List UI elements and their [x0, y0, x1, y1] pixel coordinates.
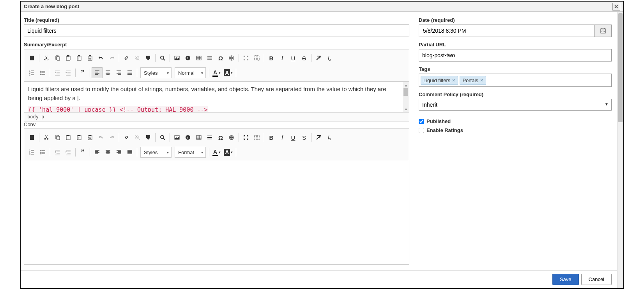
- anchor-button[interactable]: [143, 53, 154, 63]
- align-center-button[interactable]: [103, 67, 113, 78]
- title-input[interactable]: [24, 25, 409, 37]
- table-button[interactable]: [193, 132, 204, 143]
- partial-url-input[interactable]: [419, 49, 612, 62]
- underline-button[interactable]: U: [288, 53, 299, 63]
- align-right-button[interactable]: [113, 67, 124, 78]
- italic-button[interactable]: I: [277, 132, 288, 143]
- link-button[interactable]: [121, 53, 132, 63]
- table-button[interactable]: [193, 53, 204, 63]
- summary-element-path[interactable]: body p: [24, 112, 409, 121]
- textcolor-button[interactable]: A▾: [211, 147, 222, 158]
- removeformat-button[interactable]: [313, 53, 324, 63]
- blockquote-button[interactable]: ”: [77, 147, 88, 158]
- svg-point-10: [186, 56, 190, 60]
- link-button[interactable]: [121, 132, 132, 143]
- page-scrollbar[interactable]: [617, 12, 623, 288]
- format-select[interactable]: Format: [175, 147, 206, 158]
- specialchar-button[interactable]: Ω: [215, 132, 226, 143]
- image-button[interactable]: [172, 53, 182, 63]
- save-button[interactable]: Save: [552, 274, 579, 285]
- flash-button[interactable]: f: [182, 53, 193, 63]
- format-select[interactable]: Normal: [175, 67, 206, 78]
- blockquote-button[interactable]: ”: [77, 67, 88, 78]
- undo-button[interactable]: [96, 53, 106, 63]
- bulletlist-button[interactable]: [37, 147, 48, 158]
- numberedlist-button[interactable]: 123: [27, 67, 37, 78]
- styles-select[interactable]: Styles: [140, 67, 172, 78]
- outdent-button[interactable]: [52, 147, 63, 158]
- indent-button[interactable]: [63, 147, 74, 158]
- paste-button[interactable]: [63, 53, 74, 63]
- source-button[interactable]: [27, 53, 37, 63]
- paste-button[interactable]: [63, 132, 74, 143]
- image-button[interactable]: [172, 132, 182, 143]
- copy-editor-body[interactable]: [24, 161, 409, 264]
- underline-button[interactable]: U: [288, 132, 299, 143]
- numberedlist-button[interactable]: 123: [27, 147, 37, 158]
- italic-button[interactable]: I: [277, 53, 288, 63]
- maximize-button[interactable]: [241, 132, 251, 143]
- align-right-button[interactable]: [113, 147, 124, 158]
- svg-rect-36: [196, 135, 201, 139]
- published-checkbox[interactable]: [419, 119, 424, 124]
- redo-button[interactable]: [106, 53, 117, 63]
- redo-button[interactable]: [106, 132, 117, 143]
- tag-remove-icon[interactable]: ✕: [452, 78, 455, 83]
- maximize-button[interactable]: [241, 53, 251, 63]
- enable-ratings-checkbox[interactable]: [419, 128, 424, 133]
- unlink-button[interactable]: [132, 132, 143, 143]
- flash-button[interactable]: f: [182, 132, 193, 143]
- date-picker-button[interactable]: [594, 25, 612, 37]
- iframe-button[interactable]: [226, 53, 237, 63]
- bulletlist-button[interactable]: [37, 67, 48, 78]
- outdent-button[interactable]: [52, 67, 63, 78]
- source-button[interactable]: [27, 132, 37, 143]
- summary-editor-body[interactable]: Liquid filters are used to modify the ou…: [24, 82, 409, 112]
- styles-select[interactable]: Styles: [140, 147, 172, 158]
- tags-input[interactable]: Liquid filters ✕ Portals ✕: [419, 74, 612, 87]
- showblocks-button[interactable]: [251, 53, 262, 63]
- clearformat-button[interactable]: Ix: [324, 53, 335, 63]
- hr-button[interactable]: [204, 53, 215, 63]
- strike-button[interactable]: S: [299, 132, 310, 143]
- align-justify-button[interactable]: [124, 147, 135, 158]
- indent-button[interactable]: [63, 67, 74, 78]
- page-scrollbar-thumb[interactable]: [618, 13, 623, 122]
- showblocks-button[interactable]: [251, 132, 262, 143]
- cut-button[interactable]: [41, 53, 52, 63]
- align-justify-button[interactable]: [124, 67, 135, 78]
- bold-button[interactable]: B: [266, 53, 277, 63]
- anchor-button[interactable]: [143, 132, 154, 143]
- align-left-button[interactable]: [92, 147, 103, 158]
- bgcolor-button[interactable]: A▾: [222, 147, 234, 158]
- date-input[interactable]: [419, 25, 594, 37]
- paste-word-button[interactable]: W: [85, 53, 96, 63]
- unlink-button[interactable]: [132, 53, 143, 63]
- textcolor-button[interactable]: A▾: [211, 67, 222, 78]
- align-center-button[interactable]: [103, 147, 113, 158]
- paste-text-button[interactable]: T: [74, 53, 85, 63]
- cancel-button[interactable]: Cancel: [581, 274, 612, 285]
- strike-button[interactable]: S: [299, 53, 310, 63]
- bgcolor-button[interactable]: A▾: [222, 67, 234, 78]
- comment-policy-select[interactable]: Inherit: [419, 99, 612, 111]
- bold-button[interactable]: B: [266, 132, 277, 143]
- iframe-button[interactable]: [226, 132, 237, 143]
- close-button[interactable]: ✕: [612, 3, 620, 11]
- paste-text-button[interactable]: T: [74, 132, 85, 143]
- paste-word-button[interactable]: W: [85, 132, 96, 143]
- copy-button[interactable]: [52, 53, 63, 63]
- cut-button[interactable]: [41, 132, 52, 143]
- tag-remove-icon[interactable]: ✕: [480, 78, 483, 83]
- summary-scrollbar[interactable]: ▴ ▾: [403, 82, 409, 112]
- clearformat-button[interactable]: Ix: [324, 132, 335, 143]
- find-button[interactable]: [157, 132, 168, 143]
- removeformat-button[interactable]: [313, 132, 324, 143]
- scroll-thumb[interactable]: [403, 88, 408, 96]
- copy-button[interactable]: [52, 132, 63, 143]
- undo-button[interactable]: [96, 132, 106, 143]
- hr-button[interactable]: [204, 132, 215, 143]
- align-left-button[interactable]: [92, 67, 103, 78]
- specialchar-button[interactable]: Ω: [215, 53, 226, 63]
- find-button[interactable]: [157, 53, 168, 63]
